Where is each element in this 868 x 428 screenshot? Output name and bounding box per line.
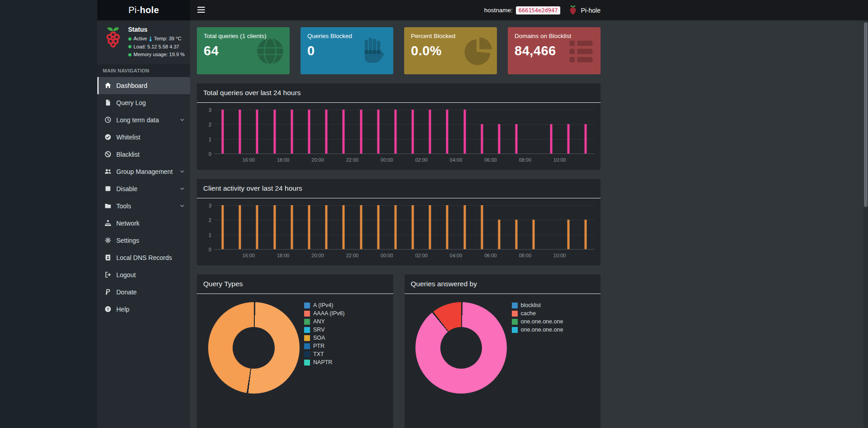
x-tick-label: 06:00 (484, 253, 497, 258)
stat-card-3: Domains on Blocklist84,466 (508, 27, 601, 74)
legend-item[interactable]: PTR (304, 343, 386, 349)
sidebar-item-query-log[interactable]: Query Log (97, 94, 190, 111)
home-icon (104, 82, 112, 89)
x-axis: 16:0018:0020:0022:0000:0002:0004:0006:00… (214, 156, 594, 164)
sidebar-item-local-dns-records[interactable]: Local DNS Records (97, 249, 190, 266)
app-logo[interactable]: Pi-hole (97, 0, 190, 20)
sidebar-item-label: Network (116, 220, 139, 227)
legend-label: SRV (313, 327, 324, 333)
sidebar-item-disable[interactable]: Disable (97, 180, 190, 197)
bar (481, 124, 483, 154)
x-tick-label: 22:00 (346, 253, 359, 258)
bar (343, 110, 345, 154)
sidebar-toggle-button[interactable] (190, 0, 212, 21)
y-tick-label: 3 (203, 107, 211, 113)
bar (273, 110, 276, 154)
bar (239, 205, 241, 249)
bar (567, 220, 569, 249)
bar (446, 205, 448, 249)
gridline (214, 124, 594, 125)
stat-card-value: 64 (204, 43, 283, 58)
file-icon (104, 99, 112, 106)
bar (567, 124, 569, 154)
legend-item[interactable]: SRV (304, 327, 386, 333)
logo-text-bold: hole (140, 5, 159, 15)
legend-label: TXT (313, 351, 324, 357)
sidebar-item-donate[interactable]: Donate (97, 284, 190, 301)
sidebar-item-blacklist[interactable]: Blacklist (97, 146, 190, 163)
left-gutter (0, 0, 97, 428)
queries-over-time-chart[interactable]: 0123 (214, 110, 594, 154)
gridline (214, 110, 594, 110)
sidebar-item-help[interactable]: ?Help (97, 301, 190, 318)
legend-item[interactable]: SOA (304, 335, 386, 341)
sidebar-item-label: Logout (116, 271, 136, 279)
network-icon (104, 220, 112, 226)
legend-swatch (512, 303, 518, 308)
legend-swatch (304, 303, 310, 308)
x-tick-label: 04:00 (450, 157, 463, 163)
bar (291, 110, 293, 154)
sidebar-item-label: Local DNS Records (116, 254, 172, 261)
sidebar-item-long-term-data[interactable]: Long term data (97, 111, 190, 129)
legend-item[interactable]: ANY (304, 318, 386, 325)
clients-chart-panel: Client activity over last 24 hours 0123 … (197, 179, 601, 265)
sidebar-item-group-management[interactable]: Group Management (97, 163, 190, 180)
queries-answered-panel: Queries answered by blocklistcacheone.on… (405, 274, 601, 428)
y-tick-label: 3 (203, 203, 211, 208)
navbar-right-group: hostname: 666154e2d947 Pi-hole (484, 0, 601, 20)
bar (515, 124, 518, 154)
sidebar-item-whitelist[interactable]: Whitelist (97, 129, 190, 146)
gears-icon (104, 237, 112, 244)
donut-wrap (203, 298, 304, 394)
query-types-donut[interactable] (208, 302, 300, 394)
legend-item[interactable]: TXT (304, 351, 386, 357)
sidebar-item-logout[interactable]: Logout (97, 266, 190, 284)
sidebar-item-dashboard[interactable]: Dashboard (97, 77, 190, 94)
sidebar-item-label: Tools (116, 202, 131, 210)
legend-swatch (304, 335, 310, 341)
legend-item[interactable]: one.one.one.one (512, 318, 594, 325)
scrollbar-thumb[interactable] (864, 22, 868, 207)
queries-answered-legend: blocklistcacheone.one.one.oneone.one.one… (512, 298, 594, 394)
stat-card-label: Queries Blocked (307, 33, 386, 39)
scrollbar-track[interactable] (863, 20, 868, 428)
sidebar-item-tools[interactable]: Tools (97, 197, 190, 215)
gridline (214, 235, 594, 235)
sidebar-item-label: Disable (116, 185, 138, 192)
queries-answered-donut[interactable] (415, 302, 507, 394)
y-tick-label: 1 (203, 232, 211, 238)
status-lines: ActiveTemp: 39 °CLoad: 5.12 5.58 4.37Mem… (128, 35, 185, 59)
svg-text:?: ? (107, 307, 109, 312)
status-dot-icon (128, 37, 132, 41)
queries-chart-panel: Total queries over last 24 hours 0123 16… (197, 83, 601, 170)
status-row: ActiveTemp: 39 °C (128, 35, 185, 43)
y-tick-label: 1 (203, 137, 211, 142)
bar (308, 205, 310, 249)
sidebar-item-network[interactable]: Network (97, 215, 190, 232)
check-circle-icon (104, 134, 112, 140)
bar (463, 110, 466, 154)
legend-item[interactable]: AAAA (IPv6) (304, 310, 386, 317)
x-tick-label: 16:00 (243, 253, 255, 258)
y-tick-label: 2 (203, 217, 211, 223)
legend-item[interactable]: blocklist (512, 302, 594, 308)
client-activity-chart[interactable]: 0123 (214, 206, 594, 250)
hostname-label: hostname: (484, 7, 513, 14)
legend-label: one.one.one.one (521, 318, 563, 325)
legend-item[interactable]: cache (512, 310, 594, 317)
status-dot-icon (128, 53, 132, 57)
panel-title: Queries answered by (405, 274, 601, 294)
legend-item[interactable]: one.one.one.one (512, 327, 594, 333)
gridline (214, 205, 594, 206)
bar (429, 110, 431, 154)
chevron-down-icon (180, 117, 185, 122)
sidebar-item-label: Help (116, 306, 129, 313)
donut-hole (440, 327, 482, 369)
sidebar-item-label: Donate (116, 289, 137, 296)
x-tick-label: 00:00 (381, 157, 393, 163)
sidebar-item-settings[interactable]: Settings (97, 232, 190, 249)
legend-item[interactable]: NAPTR (304, 359, 386, 365)
legend-item[interactable]: A (IPv4) (304, 302, 386, 308)
x-tick-label: 00:00 (381, 253, 393, 258)
